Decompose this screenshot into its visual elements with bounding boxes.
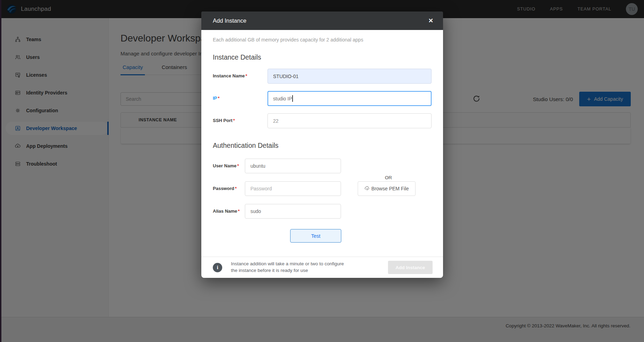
or-label: OR <box>385 175 392 180</box>
upload-icon <box>364 186 370 191</box>
ip-row: IP* studio IP <box>213 91 432 106</box>
password-row: Password* Browse PEM File <box>213 181 432 196</box>
text-cursor <box>292 95 293 102</box>
footer-note: Instance addition will take a minute or … <box>231 261 344 274</box>
user-name-row: User Name* <box>213 159 432 173</box>
test-button[interactable]: Test <box>290 229 341 243</box>
ip-label: IP* <box>213 91 267 101</box>
app-root: Launchpad STUDIO APPS TEAM PORTAL TU Tea… <box>0 0 644 342</box>
user-name-field[interactable] <box>245 159 341 173</box>
required-asterisk: * <box>246 73 247 78</box>
alias-name-row: Alias Name* <box>213 204 432 219</box>
required-asterisk: * <box>237 163 239 168</box>
required-asterisk: * <box>235 186 236 191</box>
alias-name-field[interactable] <box>245 204 341 219</box>
instance-details-heading: Instance Details <box>213 53 432 61</box>
browse-pem-button[interactable]: Browse PEM File <box>358 181 416 196</box>
browse-pem-label: Browse PEM File <box>371 186 409 191</box>
modal-title: Add Instance <box>213 17 246 24</box>
ssh-port-field[interactable] <box>267 113 432 128</box>
info-icon: i <box>213 263 222 272</box>
alias-name-label: Alias Name* <box>213 204 245 214</box>
password-label: Password* <box>213 181 245 191</box>
instance-name-field[interactable] <box>267 69 432 84</box>
ssh-port-row: SSH Port* <box>213 113 432 128</box>
modal-hint: Each additional GB of memory provides ca… <box>213 30 432 43</box>
modal-footer: i Instance addition will take a minute o… <box>201 257 443 278</box>
close-icon[interactable]: ✕ <box>428 18 433 24</box>
required-asterisk: * <box>238 208 240 214</box>
modal-body: Each additional GB of memory provides ca… <box>201 30 443 257</box>
user-name-label: User Name* <box>213 159 245 168</box>
required-asterisk: * <box>233 118 235 123</box>
instance-name-label: Instance Name* <box>213 69 267 78</box>
modal-header: Add Instance ✕ <box>201 12 443 30</box>
password-field[interactable] <box>245 181 341 196</box>
required-asterisk: * <box>218 96 219 101</box>
add-instance-button[interactable]: Add Instance <box>388 261 433 274</box>
instance-name-row: Instance Name* <box>213 69 432 84</box>
add-instance-modal: Add Instance ✕ Each additional GB of mem… <box>201 12 443 278</box>
ip-field[interactable]: studio IP <box>267 91 432 106</box>
ssh-port-label: SSH Port* <box>213 113 267 123</box>
auth-details-heading: Authentication Details <box>213 142 432 150</box>
